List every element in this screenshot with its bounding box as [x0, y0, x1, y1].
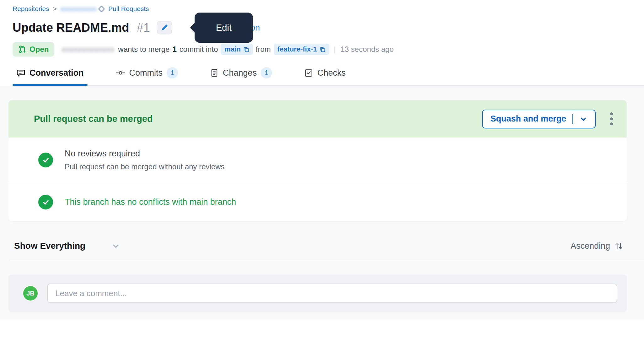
comment-box: JB	[8, 274, 627, 312]
commits-icon	[116, 68, 125, 78]
conversation-icon	[16, 68, 25, 78]
merge-options-chevron-icon[interactable]	[579, 115, 588, 123]
pull-request-icon	[18, 45, 26, 53]
status-badge-label: Open	[30, 45, 49, 54]
breadcrumb: Repositories > xxxxxxxxxx Pull Requests	[13, 5, 644, 13]
changes-file-icon	[210, 68, 219, 77]
head-branch-chip[interactable]: feature-fix-1	[274, 44, 329, 55]
merge-status-card: Pull request can be merged Squash and me…	[8, 100, 627, 221]
pr-tabs: Conversation Commits 1 Changes 1	[13, 67, 644, 86]
timeline-divider	[8, 260, 644, 260]
check-circle-icon	[38, 153, 53, 167]
breadcrumb-repo-link-redacted[interactable]: xxxxxxxxxx	[61, 5, 97, 13]
timeline-filter-dropdown[interactable]	[111, 241, 121, 251]
merge-text-pre: wants to merge	[118, 45, 169, 54]
conflict-status-title: This branch has no conflicts with main b…	[65, 197, 236, 207]
copy-branch-icon[interactable]	[319, 46, 325, 52]
pr-header: Repositories > xxxxxxxxxx Pull Requests …	[0, 0, 644, 86]
timeline-controls: Show Everything Ascending	[14, 241, 624, 251]
title-row: Update README.md #1 Add description	[13, 19, 644, 36]
timeline-sort-button[interactable]: Ascending	[571, 241, 624, 251]
squash-and-merge-button[interactable]: Squash and merge	[482, 110, 596, 128]
tab-commits-label: Commits	[129, 68, 163, 78]
conflict-status-row: This branch has no conflicts with main b…	[8, 183, 627, 221]
check-circle-icon	[38, 195, 53, 209]
status-badge: Open	[13, 42, 54, 57]
repo-visibility-icon	[98, 5, 105, 12]
commits-count-badge: 1	[167, 67, 178, 79]
tab-checks[interactable]: Checks	[300, 67, 349, 85]
merge-panel-header: Pull request can be merged Squash and me…	[8, 100, 627, 138]
timeline-sort-label: Ascending	[571, 241, 610, 251]
tab-changes-label: Changes	[223, 68, 257, 78]
review-status-text: No reviews required Pull request can be …	[65, 149, 225, 171]
avatar: JB	[22, 285, 39, 301]
base-branch-chip[interactable]: main	[221, 44, 253, 55]
head-branch-label: feature-fix-1	[277, 45, 317, 53]
tab-conversation-label: Conversation	[30, 68, 84, 78]
pr-number: #1	[137, 21, 150, 35]
merge-more-options-button[interactable]	[608, 111, 615, 127]
edit-tooltip-label: Edit	[216, 23, 232, 33]
pencil-icon	[160, 24, 169, 32]
tab-changes[interactable]: Changes 1	[206, 67, 276, 85]
base-branch-label: main	[224, 45, 240, 53]
checks-icon	[304, 68, 313, 78]
edit-title-button[interactable]	[157, 21, 172, 34]
timeline-filter-label: Show Everything	[14, 241, 85, 251]
pr-conversation-panel: Pull request can be merged Squash and me…	[0, 86, 644, 320]
merge-panel-title: Pull request can be merged	[34, 114, 153, 124]
squash-and-merge-label: Squash and merge	[490, 114, 566, 124]
tab-commits[interactable]: Commits 1	[112, 67, 182, 85]
review-status-row: No reviews required Pull request can be …	[8, 138, 627, 183]
merge-text-mid: commit into	[180, 45, 218, 54]
tab-checks-label: Checks	[317, 68, 346, 78]
pr-meta-row: Open xxxxxxxxxxxxx wants to merge 1 comm…	[13, 42, 644, 57]
breadcrumb-pull-requests-link[interactable]: Pull Requests	[108, 5, 149, 13]
pr-title: Update README.md	[13, 21, 129, 35]
review-status-description: Pull request can be merged without any r…	[65, 162, 225, 171]
commit-count: 1	[172, 45, 176, 54]
meta-separator: |	[334, 45, 336, 54]
comment-input[interactable]	[47, 284, 617, 303]
copy-branch-icon[interactable]	[243, 46, 249, 52]
author-name-redacted: xxxxxxxxxxxxx	[62, 45, 115, 54]
sort-arrows-icon	[614, 241, 624, 251]
tab-conversation[interactable]: Conversation	[13, 67, 88, 85]
from-label: from	[256, 45, 271, 54]
created-timestamp: 13 seconds ago	[341, 45, 394, 54]
changes-count-badge: 1	[261, 67, 272, 79]
merge-actions: Squash and merge	[482, 110, 615, 128]
button-divider	[572, 114, 573, 124]
breadcrumb-separator: >	[53, 5, 57, 13]
edit-tooltip: Edit	[195, 13, 253, 43]
breadcrumb-repositories-link[interactable]: Repositories	[13, 5, 49, 13]
review-status-title: No reviews required	[65, 149, 225, 159]
